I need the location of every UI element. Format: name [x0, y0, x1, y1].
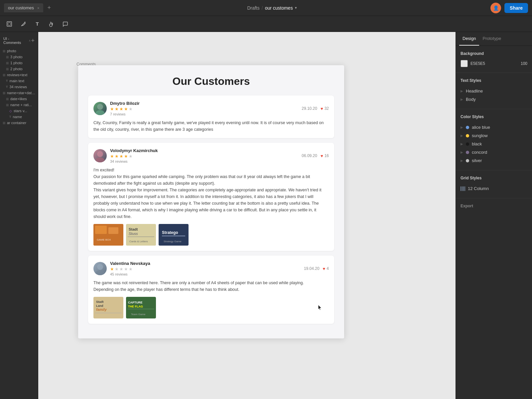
tab-design[interactable]: Design: [459, 32, 479, 46]
reviewer-info-1: Dmytro Bilozir ★ ★ ★ ★ ★ 7 reviews: [110, 101, 140, 116]
svg-text:THE FLAG: THE FLAG: [128, 305, 143, 308]
review-likes-2: ♥ 16: [321, 153, 329, 158]
heart-icon-3: ♥: [323, 266, 326, 271]
export-section: Export: [456, 198, 532, 214]
svg-text:Cards & Letters: Cards & Letters: [129, 240, 148, 243]
star-3-4: ★: [124, 267, 128, 272]
svg-point-2: [25, 22, 26, 23]
layer-name[interactable]: T name: [0, 114, 38, 120]
close-tab-icon[interactable]: ×: [37, 6, 39, 10]
background-color-swatch[interactable]: [461, 60, 468, 67]
layer-1photo[interactable]: ⊞ 1 photo: [0, 60, 38, 66]
share-button[interactable]: Share: [504, 3, 528, 13]
svg-text:Land: Land: [96, 304, 103, 307]
svg-text:CAPTURE: CAPTURE: [128, 301, 143, 304]
text-styles-section: Text Styles ▶ Headline ▶ Body: [456, 73, 532, 109]
heart-icon-1: ♥: [321, 106, 323, 111]
layer-frame-icon2: ⊞: [6, 55, 9, 59]
review-image-2-2: StadtStussCards & Letters: [126, 224, 156, 246]
user-avatar[interactable]: 👤: [490, 3, 501, 13]
pen-tool[interactable]: [19, 19, 28, 29]
star-3-3: ★: [119, 267, 123, 272]
svg-point-20: [97, 264, 103, 270]
svg-text:family: family: [96, 307, 107, 311]
review-meta-1: 29.10.20 ♥ 32: [302, 106, 329, 111]
review-meta-2: 06.09.20 ♥ 16: [302, 153, 329, 158]
layer-frame-icon4: ⊞: [6, 67, 9, 71]
layer-34reviews[interactable]: T 34 reviews: [0, 84, 38, 90]
breadcrumb-filename[interactable]: our customes: [265, 5, 293, 11]
layer-reviews-text[interactable]: ⊞ reviews+text: [0, 72, 38, 78]
layer-name-star-date[interactable]: ⊞ name+star+date...: [0, 90, 38, 96]
add-tab-button[interactable]: +: [45, 4, 54, 11]
layers-header: UI - Comments ∧ +: [0, 35, 38, 48]
topbar-left: our customes × +: [4, 3, 54, 12]
review-count-1: 7 reviews: [110, 112, 140, 116]
alice-blue-dot: [466, 126, 469, 129]
svg-rect-26: [95, 313, 122, 313]
silver-label: silver: [472, 158, 482, 163]
review-date-3: 19.04.20: [304, 266, 320, 271]
cursor: [318, 304, 323, 312]
add-layer-button[interactable]: +: [31, 37, 35, 44]
review-image-2-1: GAME BOX: [93, 224, 123, 246]
color-style-alice-blue[interactable]: ▶ alice blue: [461, 123, 527, 131]
svg-point-4: [95, 110, 105, 115]
text-style-body[interactable]: ▶ Body: [461, 95, 527, 103]
comment-tool[interactable]: [61, 19, 70, 29]
color-style-concord[interactable]: ▶ concord: [461, 148, 527, 156]
svg-rect-1: [8, 23, 11, 25]
grid-styles-section: Grid Styles 12 Column: [456, 170, 532, 198]
star-1-3: ★: [119, 106, 123, 111]
design-prototype-tabs: Design Prototype: [456, 32, 532, 46]
star-1-2: ★: [115, 106, 119, 111]
svg-text:Stratego: Stratego: [162, 230, 178, 235]
color-style-black[interactable]: ▶ black: [461, 140, 527, 148]
grid-style-12col[interactable]: 12 Column: [461, 184, 527, 193]
color-style-sunglow[interactable]: ▶ sunglow: [461, 131, 527, 140]
background-opacity-value[interactable]: 100: [521, 61, 527, 66]
hand-tool[interactable]: [47, 19, 56, 29]
breadcrumb-chevron-icon[interactable]: ▾: [295, 6, 297, 10]
layer-3photo[interactable]: ⊞ 3 photo: [0, 54, 38, 60]
frame-tool[interactable]: [5, 19, 14, 29]
layer-date-likes[interactable]: ⊞ date+likes: [0, 96, 38, 102]
layer-photo[interactable]: ⊞ photo: [0, 48, 38, 54]
layer-stars[interactable]: ◇ stars v...: [0, 108, 38, 114]
active-tab[interactable]: our customes ×: [4, 3, 43, 12]
right-panel: Design Prototype Background E5E5E5 100 T…: [456, 32, 532, 399]
concord-dot: [466, 151, 469, 154]
text-tool[interactable]: T: [33, 19, 42, 29]
layer-group-icon3: ⊞: [6, 97, 9, 101]
background-color-row[interactable]: E5E5E5 100: [461, 60, 527, 67]
text-styles-title: Text Styles: [461, 78, 527, 83]
svg-text:Stadt: Stadt: [129, 227, 138, 231]
star-1-5: ★: [129, 106, 133, 111]
layer-group-icon: ⊞: [3, 73, 5, 77]
svg-rect-18: [162, 236, 185, 236]
topbar: our customes × + Drafts / our customes ▾…: [0, 0, 532, 16]
star-1-1: ★: [110, 106, 114, 111]
sunglow-dot: [466, 134, 469, 137]
reviewer-name-3: Valentina Nevskaya: [110, 261, 150, 266]
stars-1: ★ ★ ★ ★ ★: [110, 106, 140, 111]
12col-grid-icon: [461, 186, 465, 191]
silver-dot: [466, 159, 469, 162]
review-likes-1: ♥ 32: [321, 106, 329, 111]
layer-text-icon2: T: [6, 85, 8, 89]
grid-styles-title: Grid Styles: [461, 176, 527, 180]
text-style-headline[interactable]: ▶ Headline: [461, 87, 527, 95]
likes-count-3: 4: [327, 266, 329, 271]
tab-prototype[interactable]: Prototype: [479, 32, 504, 46]
background-color-value[interactable]: E5E5E5: [470, 61, 518, 66]
breadcrumb-drafts[interactable]: Drafts: [247, 5, 259, 11]
layer-group-icon2: ⊞: [3, 91, 5, 95]
frame-title: Our Customers: [88, 75, 334, 88]
layer-main-text[interactable]: T main text: [0, 78, 38, 84]
review-card-2: Volodymyr Kazmirchuk ★ ★ ★ ★ ★ 34 review…: [88, 143, 334, 251]
color-style-silver[interactable]: ▶ silver: [461, 156, 527, 165]
layer-2photo[interactable]: ⊞ 2 photo: [0, 66, 38, 72]
layer-ar-container[interactable]: ⊞ ar container: [0, 120, 38, 126]
layer-name-rati[interactable]: ⊞ name + rati...: [0, 102, 38, 108]
canvas-area[interactable]: Comments Our Customers Dmytro Bilozir ★: [38, 32, 456, 399]
